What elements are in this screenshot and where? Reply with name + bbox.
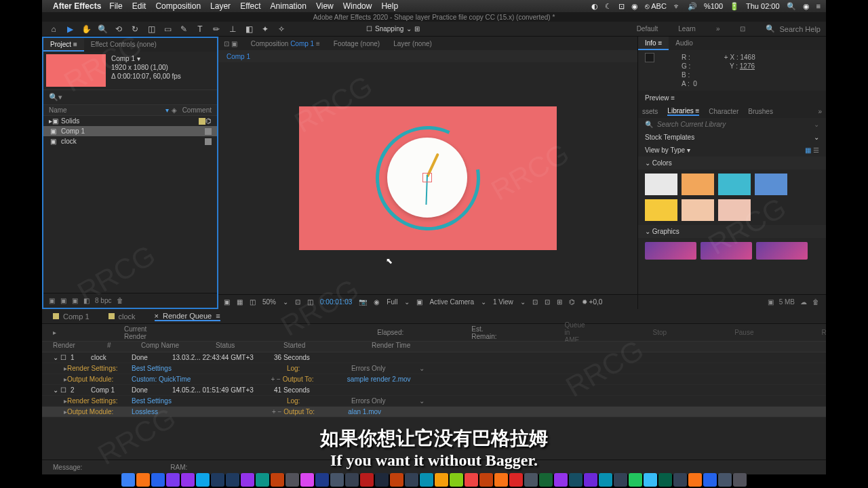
list-view-icon[interactable]: ☰ (813, 146, 819, 154)
dock-app-icon[interactable] (166, 473, 180, 487)
dock-app-icon[interactable] (569, 473, 583, 487)
roi-icon[interactable]: ◫ (307, 298, 313, 306)
render-settings-row[interactable]: ▸Render Settings:Best Settings Log:Error… (42, 396, 854, 407)
dock-app-icon[interactable] (315, 473, 329, 487)
menu-composition[interactable]: Composition (155, 1, 201, 11)
workspace-learn[interactable]: Learn (678, 25, 696, 33)
dock-app-icon[interactable] (599, 473, 612, 487)
spotlight-icon[interactable]: 🔍 (787, 2, 796, 11)
tab-footage[interactable]: Footage (none) (334, 40, 380, 47)
dock-app-icon[interactable] (405, 473, 418, 487)
type-tool[interactable]: T (194, 23, 206, 35)
dock-app-icon[interactable] (509, 473, 523, 487)
expand-icon[interactable]: ⌄ (814, 121, 819, 128)
dock-app-icon[interactable] (121, 473, 135, 487)
puppet-tool[interactable]: ✧ (275, 23, 288, 35)
render-icon[interactable]: ⌬ (569, 298, 575, 306)
log-dropdown-icon[interactable]: ⌄ (419, 365, 425, 372)
dock-app-icon[interactable] (390, 473, 403, 487)
dock-app-icon[interactable] (285, 473, 299, 487)
status-icon[interactable]: ☾ (605, 2, 612, 11)
queue-ame-button[interactable]: Queue in AME (565, 321, 585, 344)
volume-icon[interactable]: 🔊 (688, 2, 697, 11)
transparency-icon[interactable]: ▣ (416, 298, 422, 306)
label-swatch[interactable] (199, 118, 205, 125)
label-swatch[interactable] (205, 128, 212, 135)
tab-character[interactable]: Character (709, 108, 738, 115)
workspace-default[interactable]: Default (637, 25, 658, 33)
menu-file[interactable]: File (109, 1, 122, 11)
color-swatch[interactable] (645, 174, 677, 195)
eraser-tool[interactable]: ◧ (243, 23, 255, 35)
dock-app-icon[interactable] (300, 473, 314, 487)
snap-grid-icon[interactable]: ⊞ (414, 25, 420, 33)
dock-app-icon[interactable] (330, 473, 344, 487)
menu-view[interactable]: View (316, 1, 334, 11)
flowchart-icon[interactable]: ⌬ (205, 117, 212, 125)
camera-select[interactable]: Active Camera (429, 298, 474, 306)
dock-app-icon[interactable] (539, 473, 553, 487)
orbit-tool[interactable]: ⟲ (113, 23, 125, 35)
snapshot-icon[interactable]: 📷 (359, 298, 367, 306)
render-job-row[interactable]: ⌄ ☐2 Comp 1Done 14.05.2... 01:51:49 GMT+… (42, 385, 854, 396)
dock-app-icon[interactable] (181, 473, 195, 487)
grid-view-icon[interactable]: ▦ (805, 146, 811, 154)
snap-opts-icon[interactable]: ⌄ (406, 25, 412, 33)
share-icon[interactable]: ⊡ (532, 298, 538, 306)
snap-checkbox[interactable]: ☐ (366, 25, 372, 33)
selection-tool[interactable]: ▶ (64, 23, 76, 35)
status-icon[interactable]: ◐ (591, 2, 598, 11)
canvas[interactable] (299, 106, 557, 250)
tab-libraries[interactable]: Libraries ≡ (667, 107, 699, 116)
brush-tool[interactable]: ✏ (210, 23, 222, 35)
color-swatch[interactable] (755, 174, 787, 195)
tab-composition[interactable]: Comp 1 (290, 40, 314, 47)
trash-icon[interactable]: 🗑 (812, 298, 819, 306)
dock-app-icon[interactable] (420, 473, 433, 487)
adjust-icon[interactable]: ◧ (83, 297, 90, 304)
stock-templates[interactable]: Stock Templates (645, 134, 694, 141)
cloud-icon[interactable]: ☁ (800, 298, 807, 306)
project-item-comp1[interactable]: ▣ Comp 1 (43, 126, 217, 136)
dock-app-icon[interactable] (733, 473, 747, 487)
color-swatch[interactable] (645, 199, 677, 221)
graphic-thumb[interactable] (645, 242, 696, 260)
color-swatch[interactable] (682, 199, 714, 221)
tab-clock-timeline[interactable]: clock (108, 312, 136, 321)
dock-app-icon[interactable] (554, 473, 568, 487)
dock-app-icon[interactable] (435, 473, 448, 487)
col-comment[interactable]: Comment (182, 106, 212, 114)
clone-tool[interactable]: ⊥ (226, 23, 239, 35)
dock-app-icon[interactable] (450, 473, 463, 487)
dock-app-icon[interactable] (375, 473, 389, 487)
camera-tool[interactable]: ◫ (145, 23, 157, 35)
view-layout[interactable]: 1 View (493, 298, 513, 306)
section-graphics[interactable]: ⌄ Graphics (645, 228, 679, 235)
mask-icon[interactable]: ◫ (250, 298, 256, 306)
stop-button[interactable]: Stop (653, 329, 667, 336)
render-settings-row[interactable]: ▸Render Settings:Best Settings Log:Error… (42, 363, 854, 374)
more-tabs-icon[interactable]: » (818, 108, 822, 115)
dock-app-icon[interactable] (226, 473, 239, 487)
dock-app-icon[interactable] (629, 473, 642, 487)
dock-app-icon[interactable] (524, 473, 538, 487)
reset-icon[interactable]: ⊡ (740, 25, 745, 33)
home-icon[interactable]: ⌂ (47, 23, 60, 35)
dock-app-icon[interactable] (584, 473, 597, 487)
comp-thumbnail[interactable] (46, 54, 106, 87)
menu-effect[interactable]: Effect (240, 1, 260, 11)
menu-help[interactable]: Help (381, 1, 398, 11)
battery-icon[interactable]: 🔋 (730, 2, 739, 11)
dock-app-icon[interactable] (211, 473, 224, 487)
timecode[interactable]: 0:00:01:03 (320, 298, 352, 306)
fast-icon[interactable]: ⊡ (545, 298, 550, 306)
render-job-row[interactable]: ⌄ ☐1 clockDone 13.03.2... 22:43:44 GMT+3… (42, 352, 854, 363)
color-swatch[interactable] (682, 174, 714, 195)
graphic-thumb[interactable] (756, 242, 808, 260)
bpc-toggle[interactable]: 8 bpc (95, 297, 111, 304)
dock-app-icon[interactable] (644, 473, 657, 487)
footer-folder-icon[interactable]: ▣ (768, 298, 774, 306)
tab-brushes[interactable]: Brushes (748, 108, 773, 115)
app-name[interactable]: After Effects (53, 1, 101, 11)
quality[interactable]: Full (387, 298, 397, 306)
